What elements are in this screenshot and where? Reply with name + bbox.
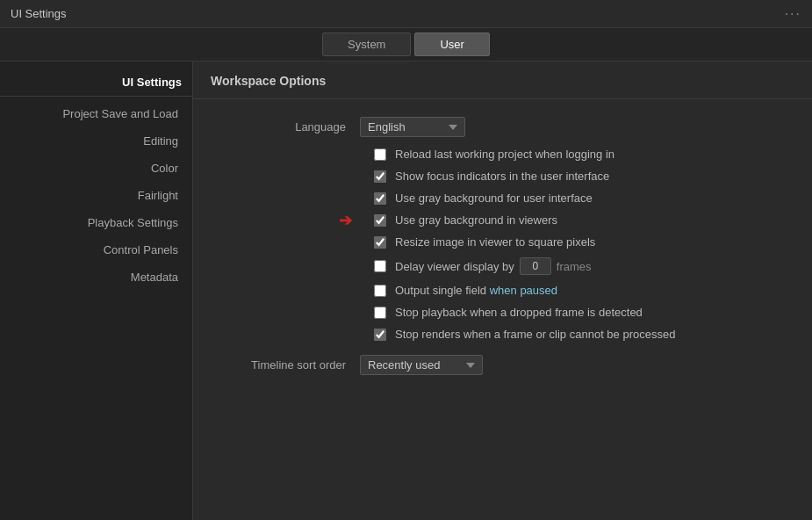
checkbox-gray-bg-viewers[interactable] [374, 214, 386, 227]
checkbox-row-output-single: Output single field when paused [374, 284, 786, 297]
checkbox-rows: Reload last working project when logging… [374, 148, 786, 341]
language-label: Language [219, 120, 360, 134]
delay-input[interactable] [520, 257, 551, 275]
timeline-sort-label: Timeline sort order [219, 358, 360, 372]
label-delay: Delay viewer display by [395, 260, 514, 273]
checkbox-row-show-focus: Show focus indicators in the user interf… [374, 170, 786, 183]
label-stop-playback: Stop playback when a dropped frame is de… [395, 306, 643, 319]
label-gray-bg-ui: Use gray background for user interface [395, 191, 593, 205]
checkbox-delay[interactable] [374, 260, 386, 272]
sidebar-item-color[interactable]: Color [0, 155, 192, 182]
checkbox-reload-last[interactable] [374, 148, 386, 161]
checkbox-gray-bg-ui[interactable] [374, 192, 386, 205]
tab-bar: System User [0, 28, 812, 61]
sidebar-item-project-save-load[interactable]: Project Save and Load [0, 100, 192, 127]
checkbox-output-single[interactable] [374, 285, 386, 297]
arrow-indicator: ➔ [339, 211, 352, 230]
sidebar-item-control-panels[interactable]: Control Panels [0, 236, 192, 264]
delay-row: Delay viewer display by frames [374, 257, 786, 275]
content-area: Workspace Options Language English Frenc… [193, 61, 812, 520]
sidebar-item-playback-settings[interactable]: Playback Settings [0, 209, 192, 236]
tab-user[interactable]: User [414, 32, 489, 56]
content-header: Workspace Options [193, 61, 812, 99]
checkbox-row-stop-playback: Stop playback when a dropped frame is de… [374, 306, 786, 319]
window-title: UI Settings [11, 7, 67, 20]
timeline-sort-select[interactable]: Recently used Alphabetical Date created … [360, 355, 483, 375]
title-bar: UI Settings ··· [0, 0, 812, 28]
language-select[interactable]: English French German Spanish Japanese C… [360, 117, 465, 137]
sidebar: UI Settings Project Save and Load Editin… [0, 61, 193, 520]
timeline-sort-row: Timeline sort order Recently used Alphab… [219, 355, 786, 375]
settings-panel: Language English French German Spanish J… [193, 99, 812, 403]
main-layout: UI Settings Project Save and Load Editin… [0, 61, 812, 520]
checkbox-row-gray-bg-viewers: ➔ Use gray background in viewers [374, 213, 786, 227]
label-frames: frames [557, 260, 592, 273]
checkbox-row-reload-last: Reload last working project when logging… [374, 148, 786, 161]
checkbox-row-stop-renders: Stop renders when a frame or clip cannot… [374, 328, 786, 341]
checkbox-show-focus[interactable] [374, 170, 386, 183]
checkbox-row-resize-square: Resize image in viewer to square pixels [374, 235, 786, 249]
label-gray-bg-viewers: Use gray background in viewers [395, 213, 557, 227]
label-show-focus: Show focus indicators in the user interf… [395, 170, 609, 183]
checkbox-stop-renders[interactable] [374, 329, 386, 341]
sidebar-item-fairlight[interactable]: Fairlight [0, 182, 192, 209]
label-reload-last: Reload last working project when logging… [395, 148, 614, 161]
label-stop-renders: Stop renders when a frame or clip cannot… [395, 328, 675, 341]
sidebar-item-metadata[interactable]: Metadata [0, 264, 192, 291]
sidebar-header: UI Settings [0, 69, 192, 97]
window-menu-dots[interactable]: ··· [785, 6, 801, 22]
checkbox-resize-square[interactable] [374, 236, 386, 249]
language-row: Language English French German Spanish J… [219, 117, 786, 137]
sidebar-item-editing[interactable]: Editing [0, 127, 192, 155]
label-resize-square: Resize image in viewer to square pixels [395, 235, 595, 249]
tab-system[interactable]: System [322, 32, 411, 56]
checkbox-stop-playback[interactable] [374, 307, 386, 319]
label-output-single: Output single field when paused [395, 284, 557, 297]
checkbox-row-gray-bg-ui: Use gray background for user interface [374, 191, 786, 205]
